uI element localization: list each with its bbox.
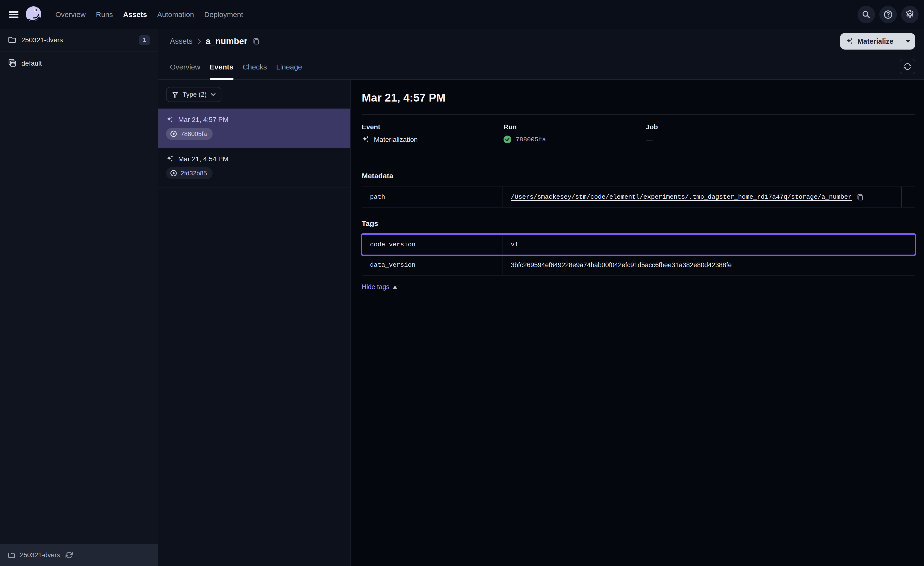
run-status-icon: [170, 170, 177, 177]
metadata-table: path /Users/smackesey/stm/code/elementl/…: [362, 187, 915, 208]
table-row: path /Users/smackesey/stm/code/elementl/…: [362, 187, 915, 207]
copy-asset-name-button[interactable]: [252, 38, 260, 45]
filter-row: Type (2): [158, 80, 350, 109]
tags-table: code_version v1 data_version 3bfc269594e…: [362, 234, 915, 275]
asset-count-badge: 1: [139, 35, 150, 45]
run-status-icon: [170, 130, 177, 137]
help-button[interactable]: [879, 6, 897, 23]
dagster-logo[interactable]: [24, 5, 43, 24]
event-detail-panel: Mar 21, 4:57 PM Event Materialization: [351, 80, 924, 566]
tag-key: code_version: [362, 235, 503, 254]
reload-location-icon[interactable]: [65, 551, 73, 559]
chevron-right-icon: [197, 38, 201, 44]
settings-button[interactable]: [901, 6, 919, 23]
materialize-label: Materialize: [858, 38, 893, 45]
materialization-icon: [166, 116, 174, 123]
sidebar-item-group-default[interactable]: default: [0, 51, 158, 74]
footer-location-label: 250321-dvers: [20, 551, 60, 559]
nav-item-deployment[interactable]: Deployment: [204, 10, 243, 18]
event-detail-title: Mar 21, 4:57 PM: [362, 80, 915, 114]
metadata-path-link[interactable]: /Users/smackesey/stm/code/elementl/exper…: [511, 193, 852, 201]
job-column: Job —: [646, 123, 915, 143]
search-icon: [862, 10, 871, 19]
event-list-item[interactable]: Mar 21, 4:54 PM 2fd32b85: [158, 148, 350, 188]
gear-icon: [905, 9, 915, 19]
top-navbar: Overview Runs Assets Automation Deployme…: [0, 0, 924, 29]
materialization-icon: [362, 135, 369, 143]
run-column-label: Run: [504, 123, 646, 131]
run-id-label: 788005fa: [181, 130, 207, 137]
app-body: 250321-dvers 1 default 250321-dvers: [0, 29, 924, 566]
nav-item-runs[interactable]: Runs: [96, 10, 113, 18]
tag-value: 3bfc269594ef649228e9a74bab00f042efc91d5a…: [511, 261, 732, 269]
run-id-pill[interactable]: 2fd32b85: [166, 167, 213, 179]
copy-icon: [856, 193, 864, 201]
hamburger-menu-icon[interactable]: [5, 6, 22, 23]
sidebar-spacer: [0, 74, 158, 543]
sidebar: 250321-dvers 1 default 250321-dvers: [0, 29, 158, 566]
tag-key: data_version: [362, 255, 503, 275]
event-time-row: Mar 21, 4:54 PM: [166, 155, 342, 163]
sidebar-group-label: default: [21, 59, 42, 67]
tab-checks[interactable]: Checks: [243, 54, 267, 79]
metadata-heading: Metadata: [362, 172, 915, 180]
events-list-panel: Type (2) Mar 21, 4:57 PM: [158, 80, 351, 566]
triangle-up-icon: [393, 285, 397, 288]
type-filter-button[interactable]: Type (2): [166, 87, 221, 102]
filter-icon: [172, 91, 178, 98]
type-filter-label: Type (2): [183, 91, 207, 98]
content-row: Type (2) Mar 21, 4:57 PM: [158, 80, 924, 566]
asset-tabs: Overview Events Checks Lineage: [158, 54, 924, 80]
event-type-value: Materialization: [374, 135, 418, 143]
run-id-pill[interactable]: 788005fa: [166, 128, 213, 140]
copy-icon: [252, 38, 260, 45]
refresh-button[interactable]: [900, 59, 915, 74]
tags-heading: Tags: [362, 219, 915, 227]
event-column-label: Event: [362, 123, 504, 131]
materialization-icon: [166, 155, 174, 163]
divider: [362, 114, 915, 114]
event-time-row: Mar 21, 4:57 PM: [166, 116, 342, 123]
materialize-dropdown-button[interactable]: [900, 33, 915, 50]
event-list-item[interactable]: Mar 21, 4:57 PM 788005fa: [158, 109, 350, 148]
page-title: a_number: [206, 36, 248, 47]
table-row-code-version: code_version v1: [362, 235, 915, 254]
main-area: Assets a_number Materialize: [158, 29, 924, 566]
hide-tags-link[interactable]: Hide tags: [362, 283, 397, 291]
tag-value: v1: [511, 241, 518, 248]
sidebar-item-code-location[interactable]: 250321-dvers 1: [0, 29, 158, 51]
folder-icon: [8, 35, 16, 44]
nav-item-automation[interactable]: Automation: [158, 10, 194, 18]
search-button[interactable]: [858, 6, 875, 23]
check-circle-icon: [504, 135, 511, 143]
metadata-key: path: [362, 187, 503, 207]
materialize-button[interactable]: Materialize: [840, 33, 900, 50]
sidebar-item-label: 250321-dvers: [21, 36, 63, 44]
asset-group-icon: [8, 59, 16, 67]
chevron-down-icon: [210, 93, 215, 96]
hide-tags-label: Hide tags: [362, 283, 389, 291]
refresh-icon: [904, 63, 911, 71]
sparkle-icon: [846, 38, 854, 45]
job-value: —: [646, 135, 652, 143]
job-column-label: Job: [646, 123, 915, 131]
run-id-label: 2fd32b85: [181, 170, 207, 177]
navbar-actions: [858, 6, 924, 23]
breadcrumb: Assets a_number Materialize: [158, 29, 924, 54]
tab-overview[interactable]: Overview: [170, 54, 200, 79]
breadcrumb-assets-link[interactable]: Assets: [170, 37, 192, 46]
tab-lineage[interactable]: Lineage: [276, 54, 302, 79]
run-id-link[interactable]: 788005fa: [516, 136, 546, 143]
event-timestamp: Mar 21, 4:57 PM: [178, 116, 228, 123]
event-overview-grid: Event Materialization Run: [362, 123, 915, 143]
caret-down-icon: [905, 40, 910, 43]
sidebar-footer-code-location[interactable]: 250321-dvers: [0, 543, 158, 566]
app-root: Overview Runs Assets Automation Deployme…: [0, 0, 924, 566]
tab-events[interactable]: Events: [210, 54, 233, 79]
nav-item-overview[interactable]: Overview: [56, 10, 86, 18]
copy-path-button[interactable]: [856, 193, 864, 201]
event-column: Event Materialization: [362, 123, 504, 143]
nav-item-assets[interactable]: Assets: [123, 10, 147, 18]
run-column: Run 788005fa: [504, 123, 646, 143]
table-action-cell: [901, 187, 915, 207]
